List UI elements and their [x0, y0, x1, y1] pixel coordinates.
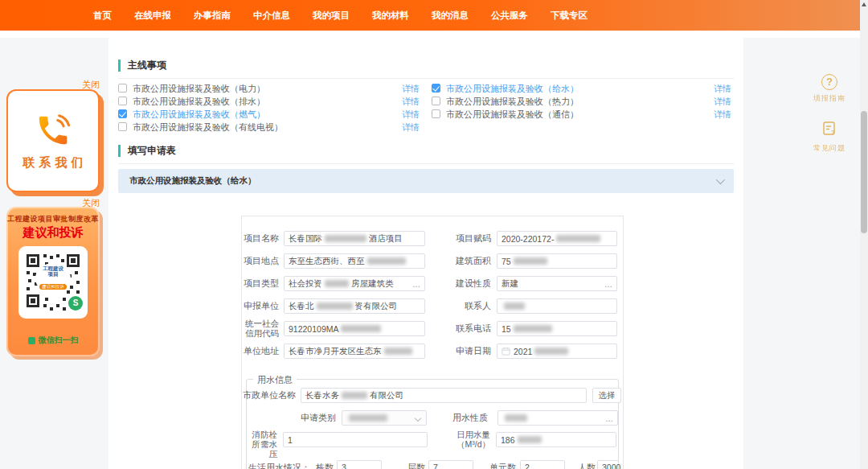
nav-item-home[interactable]: 首页 [93, 10, 112, 22]
redacted-text [504, 302, 525, 310]
apply-unit-label: 申报单位 [244, 298, 279, 314]
people-count-input[interactable]: 3000 [597, 460, 619, 469]
qr-code: 工程建设 项目 建议和投诉 S [18, 246, 88, 319]
section-accent-bar [118, 145, 121, 157]
value-text: 2020-220172- [502, 234, 554, 244]
redacted-text [514, 257, 547, 265]
unit-addr-input[interactable]: 长春市净月开发区生态东 [284, 344, 425, 359]
build-area-input[interactable]: 75 [497, 253, 617, 269]
nav-item-agency-info[interactable]: 中介信息 [253, 10, 290, 22]
checkbox-heating[interactable] [432, 97, 440, 105]
contact-us-card[interactable]: 联系我们 [6, 89, 100, 192]
scan-icon [28, 337, 35, 344]
item-label: 市政公用设施报装及验收（电力） [133, 82, 265, 95]
section-divider [118, 78, 734, 79]
document-question-icon: ? [821, 121, 837, 137]
mainline-item-drainage: 市政公用设施报装及验收（排水） 详情 [118, 95, 420, 108]
detail-link-cable-tv[interactable]: 详情 [402, 121, 420, 134]
apply-type-select[interactable] [342, 410, 427, 426]
detail-link-drainage[interactable]: 详情 [402, 95, 420, 108]
contact-person-label: 联系人 [465, 298, 491, 314]
complaint-qr-card[interactable]: 工程建设项目审批制度改革 建议和投诉 [6, 207, 100, 356]
more-options-icon[interactable]: … [412, 277, 420, 291]
fill-guide-label: 填报指南 [805, 93, 854, 104]
item-label: 市政公用设施报装及验收（热力） [446, 95, 579, 108]
credit-code-input[interactable]: 91220109MA [284, 321, 425, 336]
contact-person-input[interactable] [497, 298, 617, 314]
qr-center-badge: 建议和投诉 [39, 284, 67, 290]
header-strip [0, 31, 860, 38]
checkbox-water-supply[interactable] [432, 84, 440, 93]
building-count-label: 栋数 [316, 460, 334, 469]
label-line: 信用代码 [245, 328, 279, 338]
value-text: 2 [525, 463, 530, 469]
contact-phone-label: 联系电话 [456, 321, 491, 336]
project-addr-label: 项目地点 [244, 253, 279, 269]
hydrant-pressure-input[interactable]: 1 [283, 432, 428, 447]
building-count-input[interactable]: 3 [337, 460, 382, 469]
detail-link-gas[interactable]: 详情 [402, 108, 420, 121]
complaint-card-subtitle: 建议和投诉 [6, 225, 100, 241]
value-text: 1 [288, 435, 293, 445]
item-label: 市政公用设施报装及验收（给水） [446, 82, 579, 95]
label-line: 统一社会 [245, 319, 279, 328]
contact-phone-input[interactable]: 15 [497, 321, 617, 336]
build-nature-input[interactable]: 新建 … [497, 276, 617, 291]
mainline-item-gas: 市政公用设施报装及验收（燃气） 详情 [118, 108, 420, 121]
people-count-label: 人数 [578, 460, 596, 469]
project-type-input[interactable]: 社会投资 房屋建筑类 … [284, 276, 425, 291]
project-addr-input[interactable]: 东至生态西街、西至 [284, 253, 425, 269]
nav-item-service-guide[interactable]: 办事指南 [194, 10, 231, 22]
accordion-water-supply[interactable]: 市政公用设施报装及验收（给水） [118, 169, 734, 193]
value-text: 15 [502, 324, 511, 334]
wechat-icon: S [68, 296, 83, 311]
qr-center-line1: 工程建设 [35, 265, 71, 271]
unit-count-input[interactable]: 2 [520, 460, 565, 469]
nav-item-my-messages[interactable]: 我的消息 [432, 10, 469, 22]
mainline-item-telecom: 市政公用设施报装及验收（通信） 详情 [432, 108, 731, 121]
more-options-icon[interactable]: … [605, 411, 613, 426]
nav-item-my-projects[interactable]: 我的项目 [313, 10, 350, 22]
select-unit-button[interactable]: 选择 [592, 388, 621, 403]
daily-usage-input[interactable]: 186 [496, 432, 616, 447]
hydrant-pressure-label: 消防栓 所需水压 [247, 430, 277, 459]
checkbox-gas[interactable] [118, 109, 127, 118]
apply-unit-input[interactable]: 长春北 资有限公司 [284, 298, 425, 314]
redacted-text [534, 348, 568, 355]
nav-item-public-services[interactable]: 公共服务 [491, 10, 528, 22]
scroll-up-arrow[interactable] [862, 2, 866, 6]
more-options-icon[interactable]: … [604, 277, 612, 291]
redacted-text [514, 325, 552, 332]
value-text: 长春北 [289, 301, 314, 312]
value-text: 7 [433, 463, 438, 469]
apply-date-input[interactable]: 2021 [497, 344, 617, 359]
nav-item-my-materials[interactable]: 我的材料 [372, 10, 409, 22]
checkbox-electric[interactable] [118, 84, 127, 93]
detail-link-heating[interactable]: 详情 [714, 95, 731, 108]
detail-link-electric[interactable]: 详情 [402, 82, 420, 95]
checkbox-drainage[interactable] [118, 97, 127, 105]
redacted-text [349, 414, 387, 422]
form-section-header: 填写申请表 [118, 143, 734, 158]
item-label: 市政公用设施报装及验收（通信） [446, 108, 579, 121]
water-nature-input[interactable]: … [497, 410, 618, 426]
detail-link-water-supply[interactable]: 详情 [714, 82, 731, 95]
checkbox-telecom[interactable] [432, 109, 440, 118]
nav-item-online-apply[interactable]: 在线申报 [134, 10, 171, 22]
redacted-text [384, 348, 412, 355]
nav-item-download-zone[interactable]: 下载专区 [551, 10, 588, 22]
phone-icon [35, 112, 72, 149]
redacted-text [325, 280, 349, 287]
scrollbar-thumb[interactable] [861, 111, 867, 233]
mainline-item-heating: 市政公用设施报装及验收（热力） 详情 [432, 95, 731, 108]
project-name-input[interactable]: 长春国际 酒店项目 [284, 231, 425, 246]
redacted-text [317, 302, 353, 310]
checkbox-cable-tv[interactable] [118, 122, 127, 131]
project-code-input[interactable]: 2020-220172- [497, 231, 617, 246]
water-unit-name-input[interactable]: 长春水务 有限公司 [301, 388, 587, 403]
helper-fill-guide[interactable]: ? 填报指南 [805, 74, 854, 104]
detail-link-telecom[interactable]: 详情 [714, 108, 731, 121]
contact-us-label: 联系我们 [19, 155, 88, 171]
helper-faq[interactable]: ? 常见问题 [805, 121, 854, 154]
floor-count-input[interactable]: 7 [428, 460, 473, 469]
